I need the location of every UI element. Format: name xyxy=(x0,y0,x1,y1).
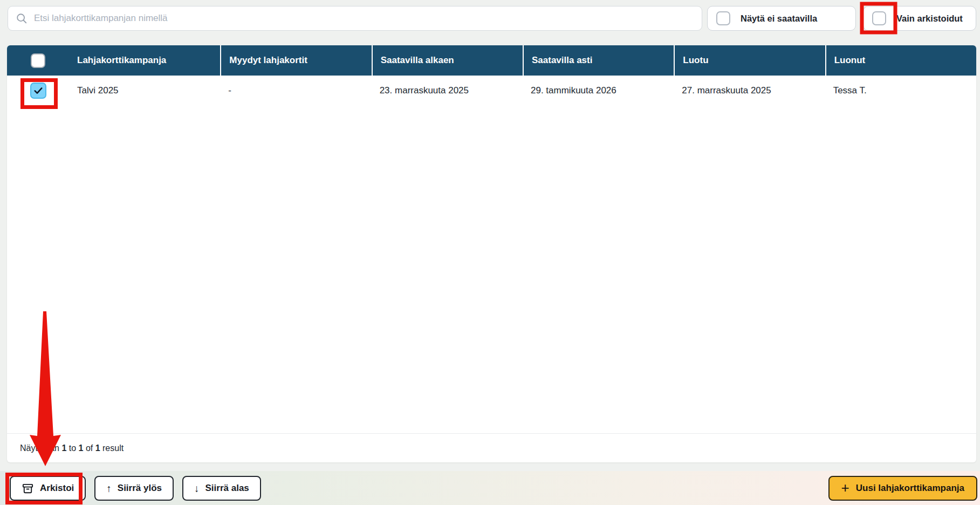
cell-available-to: 29. tammikuuta 2026 xyxy=(523,76,674,106)
move-down-button-label: Siirrä alas xyxy=(205,483,249,494)
move-down-button[interactable]: ↓ Siirrä alas xyxy=(182,476,261,501)
cell-available-from: 23. marraskuuta 2025 xyxy=(372,76,523,106)
filter-only-archived[interactable]: Vain arkistoidut xyxy=(863,6,976,31)
search-input[interactable] xyxy=(34,13,694,24)
filter-show-unavailable-label: Näytä ei saatavilla xyxy=(741,13,817,24)
pagination-to-word: to xyxy=(66,443,78,453)
table-header-checkbox-cell xyxy=(7,45,69,76)
gift-card-campaign-page: Näytä ei saatavilla Vain arkistoidut Lah… xyxy=(0,0,980,505)
move-up-button-label: Siirrä ylös xyxy=(118,483,162,494)
pagination-of-word: of xyxy=(83,443,95,453)
cell-sold-count: - xyxy=(220,76,371,106)
pagination-result-word: result xyxy=(100,443,124,453)
column-header-sold[interactable]: Myydyt lahjakortit xyxy=(220,45,371,76)
filter-only-archived-label: Vain arkistoidut xyxy=(896,13,963,24)
cell-creator: Tessa T. xyxy=(825,76,976,106)
row-checkbox-cell xyxy=(7,76,69,106)
archive-icon xyxy=(22,482,34,495)
campaign-search xyxy=(8,6,702,31)
pagination-from: 1 xyxy=(61,443,66,453)
new-campaign-button[interactable]: + Uusi lahjakorttikampanja xyxy=(828,476,977,501)
new-campaign-button-label: Uusi lahjakorttikampanja xyxy=(856,483,964,494)
column-header-available-to[interactable]: Saatavilla asti xyxy=(523,45,674,76)
search-icon xyxy=(16,12,28,24)
pagination-total: 1 xyxy=(95,443,100,453)
cell-created: 27. marraskuuta 2025 xyxy=(674,76,825,106)
archive-button-label: Arkistoi xyxy=(40,483,74,494)
bottom-action-bar: Arkistoi ↑ Siirrä ylös ↓ Siirrä alas + U… xyxy=(0,471,980,505)
checkbox-show-unavailable[interactable] xyxy=(716,11,730,25)
plus-icon: + xyxy=(841,481,849,495)
checkbox-only-archived[interactable] xyxy=(872,11,886,25)
arrow-up-icon: ↑ xyxy=(106,483,112,494)
column-header-available-from[interactable]: Saatavilla alkaen xyxy=(372,45,523,76)
table-row[interactable]: Talvi 2025 - 23. marraskuuta 2025 29. ta… xyxy=(7,76,976,106)
column-header-campaign[interactable]: Lahjakorttikampanja xyxy=(69,45,220,76)
select-all-checkbox[interactable] xyxy=(31,53,45,68)
pagination-to: 1 xyxy=(79,443,84,453)
arrow-down-icon: ↓ xyxy=(194,483,200,494)
filter-show-unavailable[interactable]: Näytä ei saatavilla xyxy=(707,6,856,31)
pagination-summary: Näytetään 1 to 1 of 1 result xyxy=(7,433,976,462)
campaign-table: Lahjakorttikampanja Myydyt lahjakortit S… xyxy=(7,45,976,462)
table-header-row: Lahjakorttikampanja Myydyt lahjakortit S… xyxy=(7,45,976,76)
cell-campaign-name: Talvi 2025 xyxy=(69,76,220,106)
pagination-showing-word: Näytetään xyxy=(20,443,61,453)
column-header-creator[interactable]: Luonut xyxy=(825,45,976,76)
row-checkbox-checked[interactable] xyxy=(30,83,46,99)
column-header-created[interactable]: Luotu xyxy=(674,45,825,76)
archive-button[interactable]: Arkistoi xyxy=(10,476,86,501)
move-up-button[interactable]: ↑ Siirrä ylös xyxy=(94,476,174,501)
bottom-left-actions: Arkistoi ↑ Siirrä ylös ↓ Siirrä alas xyxy=(10,476,261,501)
checkmark-icon xyxy=(33,85,44,96)
